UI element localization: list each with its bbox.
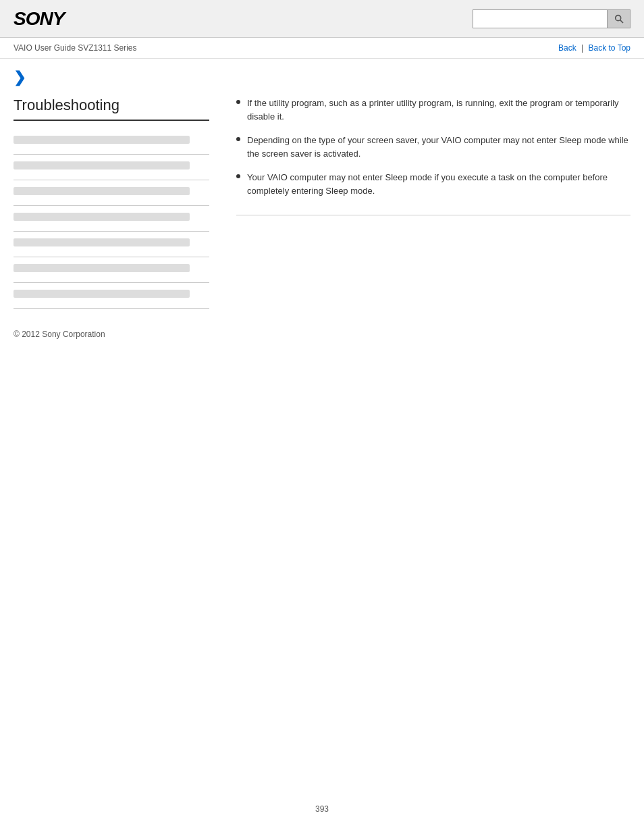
sidebar: Troubleshooting — [14, 97, 223, 309]
nav-bar: VAIO User Guide SVZ1311 Series Back | Ba… — [0, 38, 644, 59]
sidebar-item-text-5 — [14, 238, 190, 246]
footer-section: © 2012 Sony Corporation — [0, 315, 644, 353]
back-to-top-link[interactable]: Back to Top — [589, 43, 630, 53]
sidebar-item-3[interactable] — [14, 180, 209, 206]
sidebar-item-5[interactable] — [14, 232, 209, 257]
sidebar-item-1[interactable] — [14, 129, 209, 155]
nav-separator: | — [581, 43, 583, 53]
nav-links: Back | Back to Top — [558, 43, 630, 53]
sidebar-item-text-7 — [14, 290, 190, 298]
sidebar-item-text-3 — [14, 187, 190, 195]
header: SONY — [0, 0, 644, 38]
sidebar-item-text-4 — [14, 213, 190, 221]
bullet-text-3: Your VAIO computer may not enter Sleep m… — [247, 171, 630, 197]
breadcrumb: VAIO User Guide SVZ1311 Series — [14, 43, 137, 53]
svg-point-0 — [615, 15, 620, 20]
search-area — [473, 9, 630, 28]
bullet-dot-2 — [236, 137, 240, 141]
list-item: If the utility program, such as a printe… — [236, 97, 630, 134]
content-divider — [236, 215, 630, 215]
content-row: Troubleshooting — [0, 90, 644, 315]
content-area: If the utility program, such as a printe… — [223, 97, 630, 309]
sidebar-item-4[interactable] — [14, 206, 209, 232]
search-icon — [614, 14, 624, 24]
sidebar-title: Troubleshooting — [14, 97, 209, 121]
sidebar-item-7[interactable] — [14, 283, 209, 309]
bullet-dot-3 — [236, 174, 240, 178]
page-number: 393 — [0, 804, 644, 814]
back-link[interactable]: Back — [558, 43, 576, 53]
sidebar-item-2[interactable] — [14, 155, 209, 180]
page-wrapper: SONY VAIO User Guide SVZ1311 Series Back… — [0, 0, 644, 834]
sidebar-item-text-1 — [14, 136, 190, 144]
search-input[interactable] — [473, 9, 608, 28]
bullet-text-2: Depending on the type of your screen sav… — [247, 134, 630, 160]
chevron-right-icon[interactable]: ❯ — [14, 69, 26, 86]
list-item: Your VAIO computer may not enter Sleep m… — [236, 171, 630, 208]
search-button[interactable] — [608, 9, 630, 28]
sidebar-item-text-2 — [14, 161, 190, 170]
copyright-text: © 2012 Sony Corporation — [14, 330, 105, 339]
sidebar-item-6[interactable] — [14, 257, 209, 283]
bullet-text-1: If the utility program, such as a printe… — [247, 97, 630, 123]
svg-line-1 — [620, 20, 622, 22]
sony-logo: SONY — [14, 8, 64, 30]
bullet-list: If the utility program, such as a printe… — [236, 97, 630, 208]
list-item: Depending on the type of your screen sav… — [236, 134, 630, 171]
chevron-row: ❯ — [0, 59, 644, 90]
bullet-dot-1 — [236, 100, 240, 104]
sidebar-item-text-6 — [14, 264, 190, 272]
